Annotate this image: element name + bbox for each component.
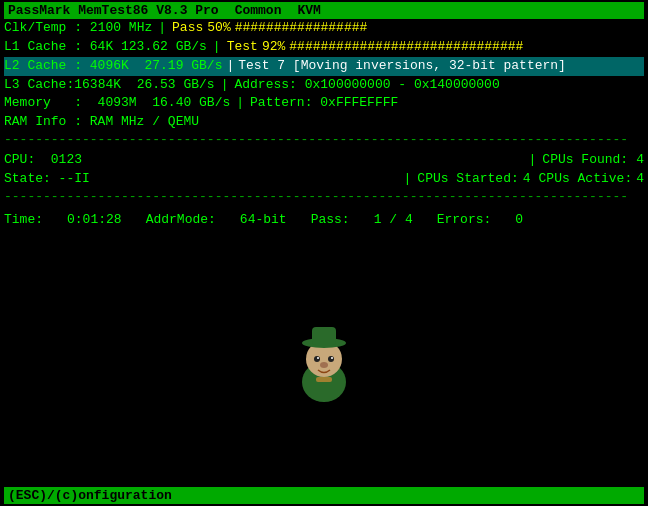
clk-temp-label: Clk/Temp : [4, 19, 90, 38]
l1-cache-label: L1 Cache : [4, 38, 82, 57]
header-kvm: KVM [297, 3, 320, 18]
mascot [284, 317, 364, 421]
header-bar: PassMark MemTest86 V8.3 Pro Common KVM [4, 2, 644, 19]
errors-value: 0 [515, 210, 523, 230]
time-value: 0:01:28 [67, 210, 122, 230]
addrmode-value: 64-bit [240, 210, 287, 230]
svg-point-6 [317, 357, 319, 359]
state-value: --II [59, 170, 90, 189]
time-row: Time: 0:01:28 AddrMode: 64-bit Pass: 1 /… [4, 208, 644, 232]
cpu-id-value: 0123 [51, 151, 82, 170]
cpu-section: CPU: 0123 | CPUs Found: 4 State: --II | … [4, 151, 644, 189]
separator: ----------------------------------------… [4, 132, 644, 149]
time-section: Time: 0:01:28 AddrMode: 64-bit Pass: 1 /… [4, 206, 644, 232]
terminal: PassMark MemTest86 V8.3 Pro Common KVM C… [0, 0, 648, 506]
test-percent: 92% [262, 38, 285, 57]
header-common: Common [235, 3, 282, 18]
mascot-svg [284, 317, 364, 407]
cpu-id-row: CPU: 0123 | CPUs Found: 4 [4, 151, 644, 170]
separator-2: ----------------------------------------… [4, 189, 644, 206]
l2-cache-label: L2 Cache : [4, 57, 82, 76]
l1-cache-value: 64K 123.62 GB/s [82, 38, 207, 57]
bottom-bar: (ESC)/(c)onfiguration [4, 487, 644, 504]
bottom-bar-text: (ESC)/(c)onfiguration [8, 488, 172, 503]
memory-row: Memory : 4093M 16.40 GB/s | Pattern : 0x… [4, 94, 644, 113]
l3-cache-row: L3 Cache :16384K 26.53 GB/s | Address : … [4, 76, 644, 95]
clk-temp-row: Clk/Temp : 2100 MHz | Pass 50% #########… [4, 19, 644, 38]
test-label: Test [227, 38, 258, 57]
pass-bar: ################# [235, 19, 368, 38]
svg-point-7 [331, 357, 333, 359]
mascot-area [4, 231, 644, 487]
pass-percent: 50% [207, 19, 230, 38]
l2-cache-value: 4096K 27.19 GB/s [82, 57, 222, 76]
cpus-started-value: 4 [523, 170, 531, 189]
info-section: Clk/Temp : 2100 MHz | Pass 50% #########… [4, 19, 644, 132]
test-desc: Test 7 [Moving inversions, 32-bit patter… [238, 57, 566, 76]
l1-cache-row: L1 Cache : 64K 123.62 GB/s | Test 92% ##… [4, 38, 644, 57]
cpus-active-label: CPUs Active: [539, 170, 633, 189]
ram-info-row: RAM Info : RAM MHz / QEMU [4, 113, 644, 132]
svg-rect-3 [312, 327, 336, 345]
svg-point-8 [320, 362, 328, 368]
memory-label: Memory : [4, 94, 82, 113]
cpus-found-label: CPUs Found: [542, 151, 628, 170]
cpus-found-value: 4 [636, 151, 644, 170]
state-row: State: --II | CPUs Started: 4 CPUs Activ… [4, 170, 644, 189]
errors-label: Errors: [437, 210, 492, 230]
time-label: Time: [4, 210, 43, 230]
pattern-value: : 0xFFFEFFFF [305, 94, 399, 113]
svg-point-5 [328, 356, 334, 362]
clk-temp-value: 2100 MHz [90, 19, 152, 38]
address-value: : 0x100000000 - 0x140000000 [289, 76, 500, 95]
l3-cache-value: :16384K 26.53 GB/s [66, 76, 214, 95]
cpu-label: CPU: [4, 151, 51, 170]
addrmode-label: AddrMode: [146, 210, 216, 230]
app-title: PassMark MemTest86 V8.3 Pro [8, 3, 219, 18]
svg-rect-9 [316, 377, 332, 382]
cpus-active-value: 4 [636, 170, 644, 189]
pass-count-label: Pass: [311, 210, 350, 230]
ram-info-value: RAM MHz / QEMU [82, 113, 199, 132]
memory-value: 4093M 16.40 GB/s [82, 94, 230, 113]
pattern-label: Pattern [250, 94, 305, 113]
address-label: Address [234, 76, 289, 95]
l2-cache-row: L2 Cache : 4096K 27.19 GB/s | Test 7 [Mo… [4, 57, 644, 76]
pass-count-value: 1 / 4 [374, 210, 413, 230]
test-bar: ############################## [289, 38, 523, 57]
cpus-started-label: CPUs Started: [417, 170, 518, 189]
ram-info-label: RAM Info : [4, 113, 82, 132]
state-label: State: [4, 170, 59, 189]
l3-cache-label: L3 Cache [4, 76, 66, 95]
svg-point-4 [314, 356, 320, 362]
pass-label: Pass [172, 19, 203, 38]
